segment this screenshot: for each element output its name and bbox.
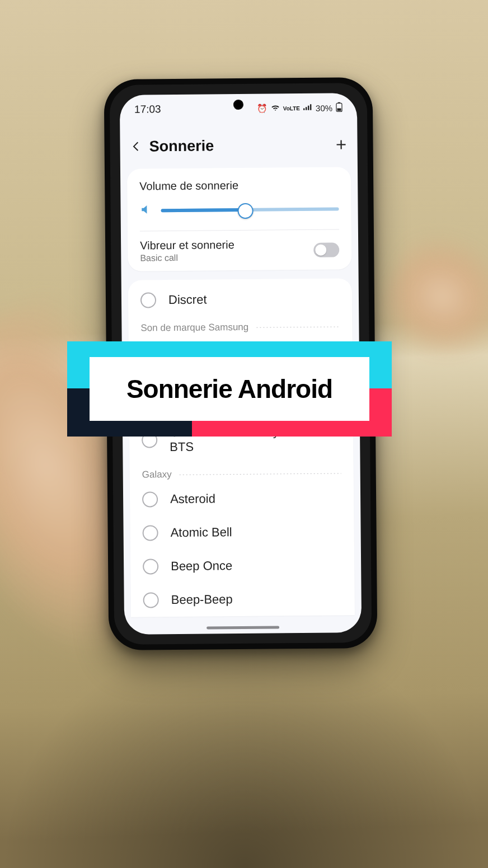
- app-header: Sonnerie: [120, 126, 358, 165]
- vibrate-subtitle: Basic call: [140, 252, 313, 264]
- volume-label: Volume de sonnerie: [127, 176, 351, 200]
- radio-icon[interactable]: [143, 592, 159, 608]
- page-title: Sonnerie: [149, 137, 214, 155]
- vibrate-row[interactable]: Vibreur et sonnerie Basic call: [128, 237, 351, 263]
- add-button[interactable]: [332, 136, 349, 153]
- svg-rect-2: [308, 105, 309, 110]
- volume-row: [127, 199, 351, 227]
- ringtone-option[interactable]: Discret: [128, 281, 353, 317]
- wifi-icon: [271, 104, 280, 113]
- group-header: Son de marque Samsung: [128, 315, 352, 336]
- radio-icon[interactable]: [142, 491, 158, 507]
- vibrate-text: Vibreur et sonnerie Basic call: [140, 238, 313, 264]
- back-button[interactable]: [128, 138, 144, 154]
- svg-rect-6: [337, 108, 341, 111]
- svg-rect-1: [306, 107, 307, 110]
- battery-percent: 30%: [316, 103, 332, 112]
- front-camera: [233, 100, 243, 110]
- svg-rect-5: [338, 102, 340, 103]
- group-divider: [179, 473, 341, 475]
- svg-rect-3: [310, 104, 311, 110]
- lte-icon: VoLTE: [283, 105, 300, 111]
- slider-fill: [161, 208, 245, 212]
- status-right: ⏰ VoLTE 30%: [257, 102, 342, 114]
- clock: 17:03: [134, 103, 161, 115]
- battery-icon: [336, 102, 342, 114]
- toggle-knob: [315, 244, 326, 255]
- ringtone-label: Asteroid: [170, 491, 215, 506]
- scene: 17:03 ⏰ VoLTE 30%: [0, 0, 488, 868]
- ringtone-list: Discret Son de marque Samsung Galaxy Bel…: [128, 278, 355, 617]
- ringtone-label: Beep-Beep: [171, 592, 233, 607]
- alarm-icon: ⏰: [257, 104, 268, 114]
- radio-icon[interactable]: [143, 525, 158, 541]
- group-label: Galaxy: [142, 469, 172, 480]
- caption-text: Sonnerie Android: [126, 374, 332, 404]
- volume-slider[interactable]: [161, 199, 339, 220]
- caption-overlay: Sonnerie Android: [67, 341, 392, 437]
- ringtone-label: Discret: [168, 293, 207, 308]
- overlay-white: Sonnerie Android: [90, 357, 369, 421]
- ringtone-option[interactable]: Beep Once: [130, 548, 355, 583]
- slider-thumb[interactable]: [238, 203, 254, 219]
- group-header: Galaxy: [130, 462, 354, 482]
- svg-rect-0: [303, 108, 304, 110]
- ringtone-label: Atomic Bell: [171, 525, 232, 540]
- radio-icon[interactable]: [143, 559, 158, 574]
- radio-icon[interactable]: [140, 292, 156, 308]
- group-label: Son de marque Samsung: [140, 322, 248, 334]
- ringtone-option[interactable]: Beep-Beep: [130, 581, 355, 617]
- volume-card: Volume de sonnerie: [127, 167, 352, 271]
- vibrate-toggle[interactable]: [313, 242, 339, 257]
- ringtone-label: Beep Once: [171, 559, 232, 574]
- divider: [140, 229, 339, 231]
- group-divider: [255, 326, 340, 327]
- vibrate-title: Vibreur et sonnerie: [140, 238, 313, 252]
- signal-icon: [303, 103, 312, 112]
- ringtone-option[interactable]: Atomic Bell: [130, 514, 354, 550]
- speaker-icon: [139, 203, 152, 218]
- ringtone-option[interactable]: Asteroid: [130, 481, 354, 516]
